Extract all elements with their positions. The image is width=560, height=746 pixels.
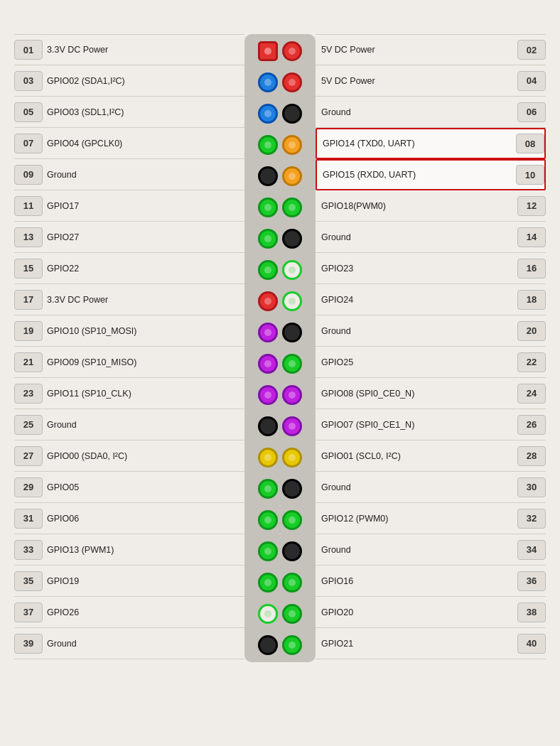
pin-name-right: GPIO20 [316, 607, 513, 617]
pin-number-right: 36 [517, 571, 546, 591]
dot-pair [244, 504, 316, 536]
pin-number-left: 13 [14, 227, 43, 247]
pin-number-left: 03 [14, 71, 43, 91]
right-row: Ground30 [316, 472, 546, 503]
dot-pair [244, 254, 316, 286]
dot-pair [244, 536, 316, 567]
pin-name-left: 3.3V DC Power [47, 295, 244, 305]
pin-name-left: GPIO03 (SDL1,I²C) [47, 107, 244, 117]
pin-name-right: GPIO16 [316, 576, 513, 586]
pin-name-left: Ground [47, 420, 244, 430]
pin-number-right: 40 [517, 634, 546, 654]
pin-number-left: 21 [14, 352, 43, 372]
pin-number-right: 32 [517, 509, 546, 529]
pin-number-right: 22 [517, 352, 546, 372]
right-row: Ground06 [316, 97, 546, 128]
pin-number-left: 09 [14, 165, 43, 185]
dot-pair [244, 36, 316, 67]
pin-number-right: 12 [517, 196, 546, 216]
right-row: GPIO07 (SPI0_CE1_N)26 [316, 409, 546, 440]
left-row: 11GPIO17 [14, 190, 244, 222]
pin-name-left: GPIO05 [47, 482, 244, 492]
pin-name-right: 5V DC Power [316, 76, 513, 86]
right-row: GPIO14 (TXD0, UART)08 [316, 128, 546, 159]
pin-number-left: 01 [14, 40, 43, 60]
right-row: 5V DC Power02 [316, 34, 546, 65]
pin-name-left: GPIO22 [47, 264, 244, 274]
pin-number-right: 10 [516, 165, 544, 185]
pin-name-left: GPIO06 [47, 514, 244, 524]
left-row: 013.3V DC Power [14, 34, 244, 65]
pin-name-left: GPIO09 (SP10_MISO) [47, 357, 244, 367]
right-row: Ground34 [316, 534, 546, 566]
dot-pair [244, 223, 316, 254]
pin-number-right: 30 [517, 477, 546, 497]
right-row: GPIO2418 [316, 284, 546, 315]
left-row: 37GPIO26 [14, 597, 244, 628]
pin-number-right: 14 [517, 227, 546, 247]
pin-name-right: GPIO21 [316, 639, 513, 649]
pin-number-left: 23 [14, 384, 43, 404]
pin-number-left: 27 [14, 446, 43, 466]
pin-name-right: GPIO01 (SCL0, I²C) [316, 451, 513, 461]
dot-pair [244, 473, 316, 504]
pin-number-right: 04 [517, 71, 546, 91]
pin-name-left: GPIO26 [47, 607, 244, 617]
pin-table: 013.3V DC Power03GPIO02 (SDA1,I²C)05GPIO… [7, 34, 553, 662]
left-row: 39Ground [14, 628, 244, 659]
pin-number-right: 38 [517, 602, 546, 622]
pin-name-right: Ground [316, 232, 513, 242]
pin-number-left: 05 [14, 102, 43, 122]
dot-pair [244, 317, 316, 348]
right-row: GPIO2140 [316, 628, 546, 659]
pin-number-left: 35 [14, 571, 43, 591]
pin-name-left: GPIO17 [47, 201, 244, 211]
pin-number-right: 24 [517, 384, 546, 404]
pin-name-right: Ground [316, 107, 513, 117]
pin-name-left: GPIO27 [47, 232, 244, 242]
pin-name-left: Ground [47, 639, 244, 649]
pin-name-right: GPIO18(PWM0) [316, 201, 513, 211]
pin-number-left: 39 [14, 634, 43, 654]
dot-pair [244, 629, 316, 661]
pin-name-left: GPIO10 (SP10_MOSI) [47, 326, 244, 336]
pin-number-left: 15 [14, 259, 43, 279]
pin-name-right: GPIO14 (TXD0, UART) [317, 139, 512, 148]
dot-pair [244, 161, 316, 192]
right-row: GPIO2522 [316, 347, 546, 378]
right-row: 5V DC Power04 [316, 65, 546, 97]
left-row: 23GPIO11 (SP10_CLK) [14, 378, 244, 409]
pin-number-right: 18 [517, 290, 546, 310]
pin-number-right: 28 [517, 446, 546, 466]
raspberry-pi-pinout-diagram: 013.3V DC Power03GPIO02 (SDA1,I²C)05GPIO… [0, 14, 560, 746]
center-connector [244, 34, 316, 662]
pin-name-left: GPIO02 (SDA1,I²C) [47, 76, 244, 86]
right-row: Ground20 [316, 315, 546, 347]
right-row: GPIO08 (SPI0_CE0_N)24 [316, 378, 546, 409]
pin-number-right: 20 [517, 321, 546, 341]
pin-name-right: GPIO07 (SPI0_CE1_N) [316, 420, 513, 430]
pin-name-right: Ground [316, 545, 513, 555]
pin-number-left: 37 [14, 602, 43, 622]
pin-name-right: GPIO25 [316, 357, 513, 367]
right-row: GPIO01 (SCL0, I²C)28 [316, 440, 546, 472]
pin-name-right: 5V DC Power [316, 45, 513, 55]
right-row: GPIO18(PWM0)12 [316, 190, 546, 222]
pin-name-left: GPIO19 [47, 576, 244, 586]
pin-number-left: 29 [14, 477, 43, 497]
right-row: GPIO2038 [316, 597, 546, 628]
pin-number-left: 25 [14, 415, 43, 435]
dot-pair [244, 348, 316, 379]
right-row: GPIO15 (RXD0, UART)10 [316, 159, 546, 190]
left-row: 29GPIO05 [14, 472, 244, 503]
left-row: 03GPIO02 (SDA1,I²C) [14, 65, 244, 97]
pin-name-right: Ground [316, 482, 513, 492]
dot-pair [244, 286, 316, 317]
pin-number-left: 31 [14, 509, 43, 529]
pin-name-right: GPIO23 [316, 264, 513, 274]
pin-name-right: GPIO24 [316, 295, 513, 305]
left-row: 07GPIO04 (GPCLK0) [14, 128, 244, 159]
pin-number-right: 08 [516, 134, 544, 153]
right-row: GPIO2316 [316, 253, 546, 284]
dot-pair [244, 192, 316, 223]
